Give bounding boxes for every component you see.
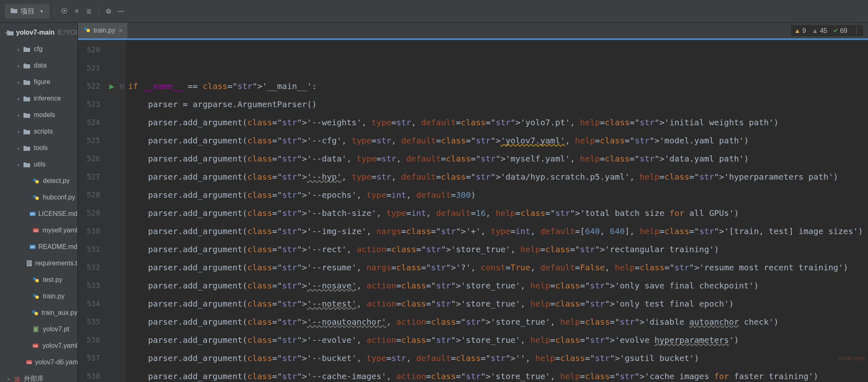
tree-file-myself-yaml[interactable]: ▸YMLmyself.yaml [0,222,78,239]
tree-file-test-py[interactable]: ▸test.py [0,272,78,288]
svg-text:YML: YML [27,361,32,364]
svg-point-27 [87,29,90,32]
inspection-indicators[interactable]: ▲9 ▲45 ✔69 ⋮ [791,25,863,36]
tree-file-train_aux-py[interactable]: ▸train_aux.py [0,305,78,321]
chevron-down-icon: ▼ [40,9,44,14]
svg-text:YML: YML [33,345,38,347]
project-view-selector[interactable]: 项目 ▼ [5,4,49,19]
tab-label: train.py [94,27,115,34]
typo-icon: ✔ [833,27,838,35]
tree-file-yolov7-pt[interactable]: ▸Cyolov7.pt [0,321,78,337]
tree-file-README-md[interactable]: ▸MDREADME.md [0,239,78,255]
tree-folder-figure[interactable]: ▸figure [0,74,78,90]
tree-folder-inference[interactable]: ▸inference [0,90,78,107]
settings-button[interactable]: ⚙ [102,5,115,17]
svg-point-15 [35,279,39,282]
tree-root[interactable]: ▾yolov7-mainE:\YOLO v7\yolov7-main [0,24,78,41]
tree-file-LICENSE-md[interactable]: ▸MDLICENSE.md [0,206,78,222]
tree-folder-utils[interactable]: ▸utils [0,156,78,173]
tab-train-py[interactable]: train.py ✕ [78,23,127,38]
fold-column[interactable]: ⊟ [118,40,126,382]
line-number-gutter[interactable]: 5205215225235245255265275285295305315325… [78,40,105,382]
separator [99,5,99,17]
tree-file-train-py[interactable]: ▸train.py [0,288,78,305]
svg-text:C: C [35,328,37,331]
gutter-icons[interactable]: ▶💡 [105,40,118,382]
tree-file-hubconf-py[interactable]: ▸hubconf.py [0,189,78,206]
tree-file-requirements-txt[interactable]: ▸requirements.txt [0,255,78,272]
warning-icon: ▲ [794,27,801,35]
collapse-all-button[interactable]: ≣ [83,5,95,17]
typo-count: 69 [840,27,847,35]
python-file-icon [84,26,90,35]
svg-text:YML: YML [33,230,38,232]
expand-all-button[interactable]: ≡ [71,5,83,17]
svg-rect-12 [28,263,31,263]
tree-file-yolov7-d6-yaml[interactable]: ▸YMLyolov7-d6.yaml [0,354,78,370]
main-area: ▾yolov7-mainE:\YOLO v7\yolov7-main▸cfg▸d… [0,23,868,382]
folder-icon [11,7,17,15]
weak-warning-count: 45 [820,27,827,35]
tree-folder-models[interactable]: ▸models [0,107,78,123]
svg-point-19 [35,312,38,315]
svg-point-3 [35,197,39,200]
hide-button[interactable]: — [115,5,127,17]
tree-folder-tools[interactable]: ▸tools [0,140,78,156]
code-region: 5205215225235245255265275285295305315325… [78,40,868,382]
project-tool-window-header: 项目 ▼ ⦿ ≡ ≣ ⚙ — [0,0,868,23]
locate-button[interactable]: ⦿ [58,5,71,17]
svg-text:MD: MD [30,213,35,216]
more-icon[interactable]: ⋮ [853,27,860,35]
warning-count: 9 [802,27,806,35]
separator [54,5,55,17]
editor-tabs: train.py ✕ [78,23,868,40]
project-label-text: 项目 [21,7,35,16]
editor-area: train.py ✕ ▲9 ▲45 ✔69 ⋮ 5205215225235245… [78,23,868,382]
svg-rect-11 [28,262,31,262]
project-tree[interactable]: ▾yolov7-mainE:\YOLO v7\yolov7-main▸cfg▸d… [0,23,78,382]
tree-folder-cfg[interactable]: ▸cfg [0,41,78,57]
run-gutter-icon[interactable]: ▶ [109,82,114,90]
tree-folder-scripts[interactable]: ▸scripts [0,123,78,140]
svg-point-1 [35,180,39,183]
tree-file-yolov7-yaml[interactable]: ▸YMLyolov7.yaml [0,337,78,354]
svg-point-17 [35,295,39,299]
weak-warning-icon: ▲ [812,27,819,35]
tree-external-libs[interactable]: ▸⊞外部库 [0,370,78,382]
svg-rect-13 [28,264,30,265]
close-icon[interactable]: ✕ [118,27,123,34]
tree-file-detect-py[interactable]: ▸detect.py [0,173,78,189]
svg-text:MD: MD [30,246,35,248]
tree-folder-data[interactable]: ▸data [0,57,78,74]
code-editor[interactable]: if __name__ == class="str">'__main__': p… [126,40,868,382]
